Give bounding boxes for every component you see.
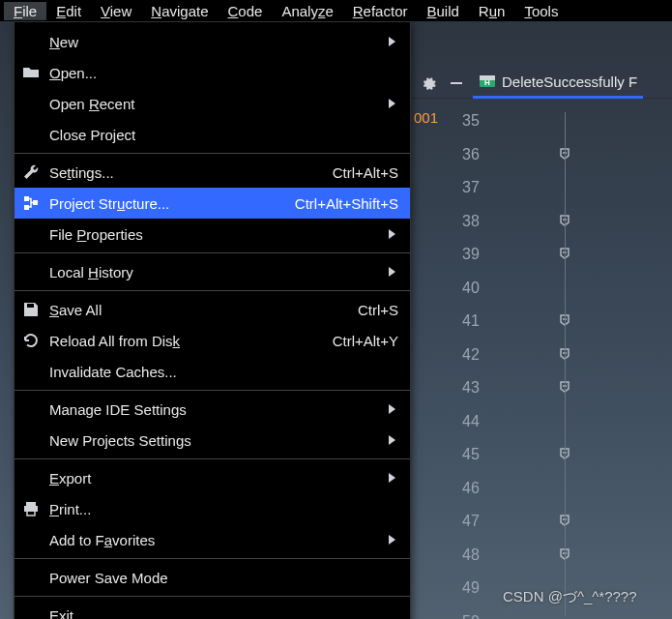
fold-marker-icon[interactable] [559, 148, 572, 162]
blank-icon [20, 124, 42, 145]
gutter-row: 48 [462, 539, 656, 573]
menu-item-label: Power Save Mode [49, 570, 398, 586]
menu-item-close-project[interactable]: Close Project [15, 119, 410, 150]
menu-item-shortcut: Ctrl+Alt+Y [333, 333, 398, 349]
menubar-item-run[interactable]: Run [469, 2, 515, 20]
menu-item-label: Print... [49, 501, 398, 517]
menu-item-label: Reload All from Disk [49, 333, 313, 349]
line-number: 47 [462, 513, 497, 530]
fold-marker-icon[interactable] [559, 381, 572, 395]
submenu-arrow-icon [389, 404, 398, 414]
menu-item-label: Open... [49, 65, 398, 81]
line-number: 40 [462, 280, 497, 297]
menu-item-label: New Projects Settings [49, 432, 381, 449]
gutter-row: 35 [462, 104, 656, 138]
menu-item-new-projects-settings[interactable]: New Projects Settings [15, 425, 410, 456]
svg-text:H: H [484, 78, 490, 87]
editor-tab[interactable]: H DeleteSuccessfully F [473, 68, 643, 99]
menu-item-local-history[interactable]: Local History [15, 256, 410, 287]
editor-gutter: 35363738394041424344454647484950 [462, 104, 656, 619]
menu-separator [15, 252, 410, 253]
menu-separator [15, 153, 410, 154]
menu-item-shortcut: Ctrl+Alt+S [333, 164, 398, 181]
blank-icon [20, 398, 42, 420]
header-file-icon: H [479, 73, 496, 90]
menu-item-label: Manage IDE Settings [49, 401, 381, 418]
svg-rect-4 [24, 196, 29, 201]
menubar-item-analyze[interactable]: Analyze [272, 2, 342, 20]
minimize-icon[interactable] [450, 76, 463, 90]
fold-marker-icon[interactable] [559, 248, 572, 261]
menu-item-export[interactable]: Export [15, 462, 410, 493]
gutter-row: 36 [462, 138, 656, 172]
print-icon [20, 498, 42, 519]
menu-item-open[interactable]: Open... [15, 57, 410, 88]
gear-icon[interactable] [421, 75, 436, 91]
save-icon [20, 299, 42, 320]
menu-item-manage-ide-settings[interactable]: Manage IDE Settings [15, 394, 410, 425]
editor-tab-strip: H DeleteSuccessfully F [411, 68, 672, 99]
menu-separator [15, 558, 410, 559]
menu-item-print[interactable]: Print... [15, 493, 410, 524]
gutter-row: 45 [462, 438, 656, 472]
submenu-arrow-icon [389, 229, 398, 239]
menubar-item-navigate[interactable]: Navigate [141, 2, 218, 20]
svg-rect-9 [27, 511, 35, 516]
gutter-row: 44 [462, 405, 656, 439]
menubar-item-code[interactable]: Code [219, 2, 273, 20]
menubar-item-build[interactable]: Build [417, 2, 468, 20]
menu-item-add-to-favorites[interactable]: Add to Favorites [15, 524, 410, 555]
watermark: CSDN @づ^_^*???? [503, 588, 637, 606]
menubar-item-edit[interactable]: Edit [46, 2, 91, 20]
folder-icon [20, 62, 42, 83]
line-number: 41 [462, 312, 497, 330]
wrench-icon [20, 162, 42, 183]
menu-item-exit[interactable]: Exit [15, 600, 410, 619]
editor-tab-label: DeleteSuccessfully F [502, 74, 637, 90]
menu-item-project-structure[interactable]: Project Structure...Ctrl+Alt+Shift+S [15, 188, 410, 219]
menu-item-label: Exit [49, 607, 398, 620]
menu-item-new[interactable]: New [15, 26, 410, 57]
menu-item-file-properties[interactable]: File Properties [15, 219, 410, 250]
blank-icon [20, 567, 42, 588]
menu-item-label: Export [49, 470, 381, 486]
fold-marker-icon[interactable] [559, 548, 572, 562]
line-number: 39 [462, 246, 497, 263]
submenu-arrow-icon [389, 473, 398, 483]
menu-item-save-all[interactable]: Save AllCtrl+S [15, 294, 410, 325]
menubar-item-tools[interactable]: Tools [514, 2, 568, 20]
blank-icon [20, 31, 42, 52]
menu-item-reload-all-from-disk[interactable]: Reload All from DiskCtrl+Alt+Y [15, 325, 410, 356]
menubar-item-view[interactable]: View [91, 2, 141, 20]
fold-marker-icon[interactable] [559, 448, 572, 461]
line-number: 44 [462, 413, 497, 430]
blank-icon [20, 223, 42, 245]
submenu-arrow-icon [389, 37, 398, 46]
menu-item-label: Local History [49, 264, 381, 280]
blank-icon [20, 93, 42, 114]
menubar-item-refactor[interactable]: Refactor [343, 2, 418, 20]
line-number: 35 [462, 112, 497, 130]
line-number: 42 [462, 346, 497, 364]
line-number: 46 [462, 480, 497, 497]
svg-rect-7 [26, 502, 36, 506]
submenu-arrow-icon [389, 435, 398, 445]
fold-marker-icon[interactable] [559, 515, 572, 528]
fold-marker-icon[interactable] [559, 215, 572, 228]
menu-item-invalidate-caches[interactable]: Invalidate Caches... [15, 356, 410, 387]
menu-item-label: Close Project [49, 127, 398, 143]
menu-item-open-recent[interactable]: Open Recent [15, 88, 410, 119]
gutter-row: 46 [462, 472, 656, 506]
menu-item-power-save-mode[interactable]: Power Save Mode [15, 562, 410, 593]
menubar-item-file[interactable]: File [4, 2, 46, 20]
fold-marker-icon[interactable] [559, 348, 572, 362]
fold-marker-icon[interactable] [559, 314, 572, 328]
menu-item-label: Invalidate Caches... [49, 364, 398, 380]
menubar: FileEditViewNavigateCodeAnalyzeRefactorB… [0, 0, 672, 21]
fold-guide-line [565, 112, 566, 615]
menu-item-settings[interactable]: Settings...Ctrl+Alt+S [15, 157, 410, 188]
gutter-row: 38 [462, 205, 656, 239]
gutter-row: 47 [462, 505, 656, 539]
line-number: 43 [462, 379, 497, 397]
line-number: 45 [462, 446, 497, 463]
